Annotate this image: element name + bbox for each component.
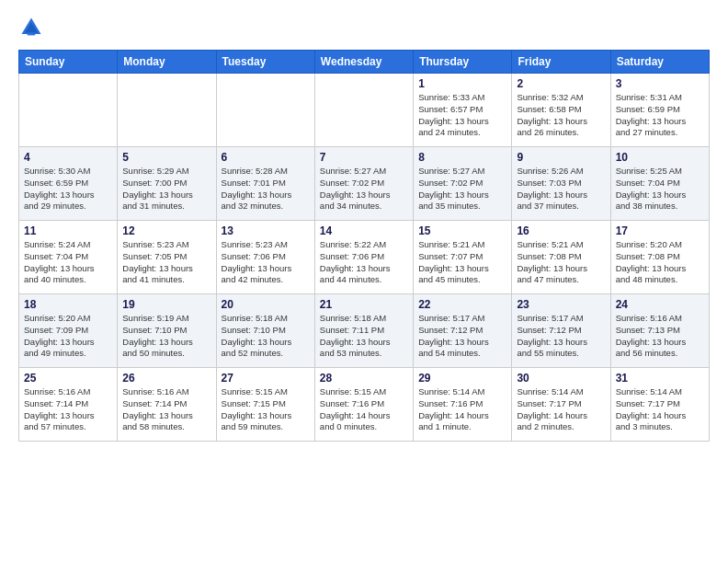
header bbox=[18, 15, 710, 40]
day-number: 21 bbox=[320, 298, 408, 311]
day-info: Sunrise: 5:14 AM Sunset: 7:16 PM Dayligh… bbox=[418, 386, 506, 433]
day-number: 8 bbox=[418, 151, 506, 164]
day-info: Sunrise: 5:31 AM Sunset: 6:59 PM Dayligh… bbox=[616, 92, 704, 139]
calendar-cell: 28Sunrise: 5:15 AM Sunset: 7:16 PM Dayli… bbox=[314, 368, 413, 442]
day-number: 11 bbox=[24, 224, 112, 237]
day-number: 15 bbox=[418, 224, 506, 237]
day-number: 4 bbox=[24, 151, 112, 164]
calendar-cell: 1Sunrise: 5:33 AM Sunset: 6:57 PM Daylig… bbox=[414, 74, 512, 147]
calendar-cell: 21Sunrise: 5:18 AM Sunset: 7:11 PM Dayli… bbox=[314, 294, 413, 368]
day-info: Sunrise: 5:21 AM Sunset: 7:08 PM Dayligh… bbox=[517, 239, 605, 286]
day-number: 18 bbox=[24, 298, 112, 311]
day-number: 13 bbox=[222, 224, 310, 237]
calendar-cell: 11Sunrise: 5:24 AM Sunset: 7:04 PM Dayli… bbox=[19, 221, 118, 294]
calendar-cell: 9Sunrise: 5:26 AM Sunset: 7:03 PM Daylig… bbox=[512, 147, 610, 221]
calendar-cell: 25Sunrise: 5:16 AM Sunset: 7:14 PM Dayli… bbox=[19, 368, 118, 442]
day-number: 19 bbox=[122, 298, 210, 311]
calendar-cell: 7Sunrise: 5:27 AM Sunset: 7:02 PM Daylig… bbox=[314, 147, 413, 221]
day-number: 3 bbox=[616, 77, 704, 90]
day-number: 27 bbox=[222, 372, 310, 385]
day-number: 22 bbox=[418, 298, 506, 311]
calendar-header-tuesday: Tuesday bbox=[216, 51, 314, 74]
calendar-cell: 29Sunrise: 5:14 AM Sunset: 7:16 PM Dayli… bbox=[414, 368, 512, 442]
calendar-cell: 8Sunrise: 5:27 AM Sunset: 7:02 PM Daylig… bbox=[414, 147, 512, 221]
calendar-cell: 27Sunrise: 5:15 AM Sunset: 7:15 PM Dayli… bbox=[216, 368, 314, 442]
day-number: 5 bbox=[122, 151, 210, 164]
logo-icon bbox=[18, 15, 44, 40]
calendar-cell: 16Sunrise: 5:21 AM Sunset: 7:08 PM Dayli… bbox=[512, 221, 610, 294]
day-info: Sunrise: 5:14 AM Sunset: 7:17 PM Dayligh… bbox=[616, 386, 704, 433]
calendar-header-wednesday: Wednesday bbox=[314, 51, 413, 74]
calendar-cell: 18Sunrise: 5:20 AM Sunset: 7:09 PM Dayli… bbox=[19, 294, 118, 368]
day-number: 20 bbox=[222, 298, 310, 311]
calendar-header-thursday: Thursday bbox=[414, 51, 512, 74]
calendar-cell: 13Sunrise: 5:23 AM Sunset: 7:06 PM Dayli… bbox=[216, 221, 314, 294]
calendar-cell: 14Sunrise: 5:22 AM Sunset: 7:06 PM Dayli… bbox=[314, 221, 413, 294]
day-info: Sunrise: 5:17 AM Sunset: 7:12 PM Dayligh… bbox=[418, 313, 506, 360]
day-info: Sunrise: 5:26 AM Sunset: 7:03 PM Dayligh… bbox=[517, 166, 605, 213]
day-info: Sunrise: 5:21 AM Sunset: 7:07 PM Dayligh… bbox=[418, 239, 506, 286]
calendar-header-sunday: Sunday bbox=[19, 51, 118, 74]
calendar-cell: 19Sunrise: 5:19 AM Sunset: 7:10 PM Dayli… bbox=[118, 294, 216, 368]
calendar-cell: 30Sunrise: 5:14 AM Sunset: 7:17 PM Dayli… bbox=[512, 368, 610, 442]
calendar-cell bbox=[19, 74, 118, 147]
day-info: Sunrise: 5:18 AM Sunset: 7:11 PM Dayligh… bbox=[320, 313, 408, 360]
calendar-cell: 15Sunrise: 5:21 AM Sunset: 7:07 PM Dayli… bbox=[414, 221, 512, 294]
calendar-cell: 17Sunrise: 5:20 AM Sunset: 7:08 PM Dayli… bbox=[610, 221, 709, 294]
day-number: 28 bbox=[320, 372, 408, 385]
calendar-week-2: 4Sunrise: 5:30 AM Sunset: 6:59 PM Daylig… bbox=[19, 147, 710, 221]
day-info: Sunrise: 5:15 AM Sunset: 7:16 PM Dayligh… bbox=[320, 386, 408, 433]
day-info: Sunrise: 5:29 AM Sunset: 7:00 PM Dayligh… bbox=[122, 166, 210, 213]
day-info: Sunrise: 5:27 AM Sunset: 7:02 PM Dayligh… bbox=[320, 166, 408, 213]
day-info: Sunrise: 5:27 AM Sunset: 7:02 PM Dayligh… bbox=[418, 166, 506, 213]
calendar-header-friday: Friday bbox=[512, 51, 610, 74]
day-number: 25 bbox=[24, 372, 112, 385]
day-info: Sunrise: 5:25 AM Sunset: 7:04 PM Dayligh… bbox=[616, 166, 704, 213]
day-info: Sunrise: 5:15 AM Sunset: 7:15 PM Dayligh… bbox=[222, 386, 310, 433]
svg-rect-2 bbox=[28, 33, 35, 36]
day-number: 7 bbox=[320, 151, 408, 164]
calendar-week-4: 18Sunrise: 5:20 AM Sunset: 7:09 PM Dayli… bbox=[19, 294, 710, 368]
calendar-cell: 6Sunrise: 5:28 AM Sunset: 7:01 PM Daylig… bbox=[216, 147, 314, 221]
calendar-cell: 24Sunrise: 5:16 AM Sunset: 7:13 PM Dayli… bbox=[610, 294, 709, 368]
day-number: 29 bbox=[418, 372, 506, 385]
day-info: Sunrise: 5:32 AM Sunset: 6:58 PM Dayligh… bbox=[517, 92, 605, 139]
calendar-cell: 20Sunrise: 5:18 AM Sunset: 7:10 PM Dayli… bbox=[216, 294, 314, 368]
calendar-cell: 23Sunrise: 5:17 AM Sunset: 7:12 PM Dayli… bbox=[512, 294, 610, 368]
day-number: 14 bbox=[320, 224, 408, 237]
calendar-cell: 3Sunrise: 5:31 AM Sunset: 6:59 PM Daylig… bbox=[610, 74, 709, 147]
calendar-week-1: 1Sunrise: 5:33 AM Sunset: 6:57 PM Daylig… bbox=[19, 74, 710, 147]
day-info: Sunrise: 5:19 AM Sunset: 7:10 PM Dayligh… bbox=[122, 313, 210, 360]
day-info: Sunrise: 5:24 AM Sunset: 7:04 PM Dayligh… bbox=[24, 239, 112, 286]
day-info: Sunrise: 5:16 AM Sunset: 7:13 PM Dayligh… bbox=[616, 313, 704, 360]
day-number: 16 bbox=[517, 224, 605, 237]
day-info: Sunrise: 5:23 AM Sunset: 7:06 PM Dayligh… bbox=[222, 239, 310, 286]
logo bbox=[18, 15, 48, 40]
calendar-table: SundayMondayTuesdayWednesdayThursdayFrid… bbox=[18, 50, 710, 442]
calendar-header-saturday: Saturday bbox=[610, 51, 709, 74]
day-number: 31 bbox=[616, 372, 704, 385]
day-info: Sunrise: 5:23 AM Sunset: 7:05 PM Dayligh… bbox=[122, 239, 210, 286]
day-number: 1 bbox=[418, 77, 506, 90]
day-number: 2 bbox=[517, 77, 605, 90]
day-info: Sunrise: 5:16 AM Sunset: 7:14 PM Dayligh… bbox=[122, 386, 210, 433]
calendar-cell: 26Sunrise: 5:16 AM Sunset: 7:14 PM Dayli… bbox=[118, 368, 216, 442]
day-info: Sunrise: 5:33 AM Sunset: 6:57 PM Dayligh… bbox=[418, 92, 506, 139]
day-number: 17 bbox=[616, 224, 704, 237]
day-info: Sunrise: 5:28 AM Sunset: 7:01 PM Dayligh… bbox=[222, 166, 310, 213]
day-number: 26 bbox=[122, 372, 210, 385]
day-number: 12 bbox=[122, 224, 210, 237]
day-number: 24 bbox=[616, 298, 704, 311]
calendar-header-monday: Monday bbox=[118, 51, 216, 74]
calendar-cell bbox=[118, 74, 216, 147]
day-info: Sunrise: 5:20 AM Sunset: 7:08 PM Dayligh… bbox=[616, 239, 704, 286]
day-info: Sunrise: 5:22 AM Sunset: 7:06 PM Dayligh… bbox=[320, 239, 408, 286]
day-info: Sunrise: 5:14 AM Sunset: 7:17 PM Dayligh… bbox=[517, 386, 605, 433]
day-info: Sunrise: 5:16 AM Sunset: 7:14 PM Dayligh… bbox=[24, 386, 112, 433]
calendar-cell: 10Sunrise: 5:25 AM Sunset: 7:04 PM Dayli… bbox=[610, 147, 709, 221]
calendar-cell: 5Sunrise: 5:29 AM Sunset: 7:00 PM Daylig… bbox=[118, 147, 216, 221]
calendar-week-5: 25Sunrise: 5:16 AM Sunset: 7:14 PM Dayli… bbox=[19, 368, 710, 442]
day-info: Sunrise: 5:30 AM Sunset: 6:59 PM Dayligh… bbox=[24, 166, 112, 213]
day-number: 30 bbox=[517, 372, 605, 385]
day-info: Sunrise: 5:17 AM Sunset: 7:12 PM Dayligh… bbox=[517, 313, 605, 360]
